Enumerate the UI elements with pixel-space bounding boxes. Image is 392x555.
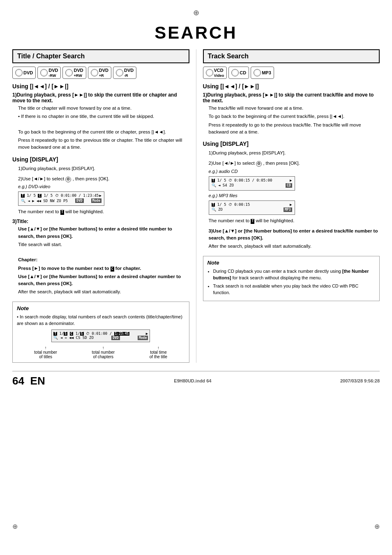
mp3-label: MP3: [284, 207, 292, 212]
right-display-heading: Using [DISPLAY]: [203, 140, 380, 147]
dvd-mode-label: DVD: [75, 198, 83, 203]
bottom-right-crosshair: ⊕: [374, 523, 380, 530]
dvd-mode-label2: Mode: [91, 198, 101, 203]
right-using-heading: Using [|◄◄] / [►►|]: [203, 83, 380, 90]
vcd-cd-mp3-badge-group: VCDVideo CD MP3: [203, 67, 380, 79]
t-icon: T: [21, 194, 25, 198]
right-t-icon-highlight: T: [251, 219, 254, 224]
right-note-title: Note: [208, 260, 376, 266]
diagram-t-icon: T: [53, 332, 57, 336]
right-step-1: 1)During playback, press [►►|] to skip t…: [203, 92, 380, 136]
right-display-step2: 2)Use [◄/►] to select ⊙ , then press [OK…: [203, 160, 380, 224]
left-display-section: Using [DISPLAY] 1)During playback, press…: [12, 156, 189, 296]
file-ref: E9H80UD.indd 64: [174, 378, 211, 383]
dvd-badge-4: DVD+R: [88, 67, 111, 79]
language-code: EN: [30, 375, 45, 387]
left-note-body: • In search mode display, total numbers …: [17, 313, 185, 327]
left-display-step2: 2)Use [◄/►] to select ⊙ , then press [OK…: [12, 175, 189, 216]
bottom-left-crosshair: ⊕: [12, 523, 18, 530]
left-step3-body: Use [▲/▼] or [the Number buttons] to ent…: [18, 226, 189, 295]
left-display-step1-text: 1)During playback, press [DISPLAY].: [18, 165, 189, 172]
left-using-heading: Using [|◄◄] / [►►|]: [12, 83, 189, 90]
vcd-badge: VCDVideo: [203, 67, 227, 79]
left-t-highlight-note: The number next to T will be highlighted…: [18, 208, 189, 215]
left-display-step1: 1)During playback, press [DISPLAY].: [12, 165, 189, 172]
search-icon-circle: ⊙: [65, 177, 71, 182]
page-title: SEARCH: [12, 19, 380, 43]
dvd-disc-icon-3: [65, 69, 73, 76]
page: ⊕ SEARCH Title / Chapter Search DVD DVD-…: [0, 0, 392, 555]
dvd-badge-2: DVD-RW: [37, 67, 61, 79]
dvd-disc-icon-5: [116, 69, 123, 76]
left-display-heading: Using [DISPLAY]: [12, 156, 189, 163]
left-note-title: Note: [17, 305, 185, 311]
right-note-body: During CD playback you can enter a track…: [208, 268, 376, 296]
right-display-section: Using [DISPLAY] 1)During playback, press…: [203, 140, 380, 250]
left-column: Title / Chapter Search DVD DVD-RW DVD+RW: [12, 49, 196, 363]
dvd-badge-1: DVD: [12, 67, 36, 79]
right-step-1-body: The track/file will move forward one at …: [209, 105, 380, 136]
left-step-1-body: The title or chapter will move forward b…: [18, 105, 189, 151]
left-step-1-title: 1)During playback, press [►►|] to skip t…: [12, 92, 189, 104]
dvd-display-row1: T 1/ 5 C 1/ 5 ⏱ 0:01:00 / 1:23:45 ▶: [21, 193, 101, 198]
left-eg-dvd-label: e.g.) DVD-video: [18, 184, 189, 189]
vcd-disc-icon: [206, 69, 213, 76]
right-mp3-display-mockup: T 1/ 5 ⏱ 0:00:15 ▶ 🔍 ZO MP3: [209, 200, 295, 215]
mp3-display-row1: T 1/ 5 ⏱ 0:00:15 ▶: [212, 203, 292, 207]
dvd-disc-icon-4: [91, 69, 98, 76]
left-step-1: 1)During playback, press [►►|] to skip t…: [12, 92, 189, 151]
left-step3-title: 3)Title:: [12, 219, 189, 224]
dvd-badge-5: DVD-R: [113, 67, 136, 79]
top-crosshair-mark: ⊕: [12, 8, 380, 17]
cd-display-row1: T 1/ 5 ⏱ 0:00:15 / 0:05:00 ▶: [212, 178, 292, 182]
dvd-display-row2: 🔍 ◄ ▶ ◀◀ SD NW ZO P5 DVD Mode: [21, 198, 101, 203]
right-display-step2-text: 2)Use [◄/►] to select ⊙ , then press [OK…: [209, 160, 380, 167]
mp3-disc-icon: [254, 69, 261, 76]
main-content: Title / Chapter Search DVD DVD-RW DVD+RW: [12, 49, 380, 363]
cd-badge: CD: [228, 67, 249, 79]
diagram-labels: ↑ total number of titles ↑ total number …: [17, 345, 185, 359]
mp3-display-row2: 🔍 ZO MP3: [212, 207, 292, 212]
dvd-badge-group: DVD DVD-RW DVD+RW DVD+R DVD-R: [12, 67, 189, 79]
diagram-label-titles: ↑ total number of titles: [34, 345, 57, 359]
date-ref: 2007/03/28 9:56:28: [340, 378, 380, 383]
right-step3: 3)Use [▲/▼] or [the Number buttons] to e…: [203, 228, 380, 250]
diagram-label-time: ↑ total time of the title: [150, 345, 167, 359]
left-section-header: Title / Chapter Search: [12, 49, 189, 63]
right-column: Track Search VCDVideo CD MP3 Using [|◄◄]…: [196, 49, 380, 363]
cd-disc-icon: [231, 69, 239, 76]
dvd-disc-icon-2: [40, 69, 48, 76]
right-section-header: Track Search: [203, 49, 380, 63]
dvd-disc-icon: [15, 69, 23, 76]
bottom-bar: 64 EN E9H80UD.indd 64 2007/03/28 9:56:28: [12, 371, 380, 391]
left-display-step2-text: 2)Use [◄/►] to select ⊙ , then press [OK…: [18, 175, 189, 182]
cd-display-row2: 🔍 ◄ S4 ZO CD: [212, 183, 292, 188]
right-cd-display-mockup: T 1/ 5 ⏱ 0:00:15 / 0:05:00 ▶ 🔍 ◄ S4 ZO C…: [209, 176, 295, 191]
right-eg-mp3-label: e.g.) MP3 files: [209, 193, 380, 198]
right-display-step1-text: 1)During playback, press [DISPLAY].: [209, 150, 380, 157]
dvd-badge-3: DVD+RW: [62, 67, 86, 79]
right-display-step1: 1)During playback, press [DISPLAY].: [203, 150, 380, 157]
page-number: 64: [12, 375, 24, 387]
left-dvd-display-mockup: T 1/ 5 C 1/ 5 ⏱ 0:01:00 / 1:23:45 ▶ 🔍 ◄ …: [18, 191, 104, 206]
diagram-display: T 1/5 C 1/5 ⏱ 0:01:00 / 1:23:45 ▶ 🔍 ◄ = …: [51, 329, 150, 342]
left-note-box: Note • In search mode display, total num…: [12, 302, 189, 363]
right-search-icon-circle: ⊙: [256, 161, 262, 167]
right-t-highlight-note: The number next to T will be highlighted…: [209, 217, 380, 224]
left-step3: 3)Title: Use [▲/▼] or [the Number button…: [12, 219, 189, 295]
mp3-badge: MP3: [251, 67, 274, 79]
right-note-box: Note During CD playback you can enter a …: [203, 256, 380, 301]
cd-label: CD: [286, 183, 292, 188]
diagram-highlight1: 5: [64, 332, 67, 336]
right-step-1-title: 1)During playback, press [►►|] to skip t…: [203, 92, 380, 104]
t-icon-highlight: T: [60, 210, 64, 215]
right-step3-body: 3)Use [▲/▼] or [the Number buttons] to e…: [209, 228, 380, 250]
page-number-section: 64 EN: [12, 375, 45, 387]
diagram-label-chapters: ↑ total number of chapters: [92, 345, 115, 359]
right-eg-cd-label: e.g.) audio CD: [209, 169, 380, 174]
